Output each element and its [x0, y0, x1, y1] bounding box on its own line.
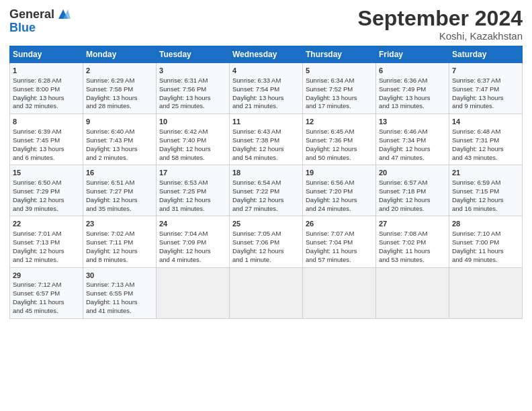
day-info-line: Sunrise: 6:48 AM: [452, 128, 519, 136]
day-info-line: Sunset: 7:58 PM: [86, 85, 153, 94]
table-row: 1Sunrise: 6:28 AMSunset: 8:00 PMDaylight…: [10, 63, 83, 114]
day-info-line: Sunrise: 6:36 AM: [379, 77, 446, 85]
day-info-line: and 39 minutes.: [13, 205, 80, 214]
table-row: 18Sunrise: 6:54 AMSunset: 7:22 PMDayligh…: [230, 165, 303, 216]
day-number: 8: [13, 117, 80, 127]
day-info-line: Sunset: 7:36 PM: [306, 136, 373, 145]
day-info-line: Sunrise: 6:29 AM: [86, 77, 153, 85]
logo-blue: Blue: [9, 21, 36, 34]
day-number: 4: [232, 66, 300, 76]
day-info-line: Daylight: 11 hours: [13, 298, 80, 307]
day-info-line: Sunset: 6:57 PM: [13, 289, 80, 298]
day-info-line: Daylight: 12 hours: [306, 145, 373, 154]
day-info-line: and 4 minutes.: [159, 256, 226, 265]
day-number: 23: [86, 219, 153, 229]
header: General Blue September 2024 Koshi, Kazak…: [9, 7, 523, 42]
day-info-line: Sunset: 7:34 PM: [379, 136, 446, 145]
day-info-line: Sunrise: 6:42 AM: [159, 128, 226, 136]
calendar-week-row: 22Sunrise: 7:01 AMSunset: 7:13 PMDayligh…: [10, 216, 523, 267]
day-info-line: and 54 minutes.: [232, 154, 300, 163]
title-block: September 2024 Koshi, Kazakhstan: [358, 7, 523, 42]
day-info-line: and 50 minutes.: [306, 154, 373, 163]
day-info-line: and 32 minutes.: [13, 102, 80, 111]
calendar-week-row: 15Sunrise: 6:50 AMSunset: 7:29 PMDayligh…: [10, 165, 523, 216]
day-number: 19: [306, 168, 373, 178]
day-info-line: Daylight: 12 hours: [452, 196, 519, 205]
day-info-line: Sunrise: 7:10 AM: [452, 230, 519, 238]
table-row: 6Sunrise: 6:36 AMSunset: 7:49 PMDaylight…: [376, 63, 449, 114]
table-row: [157, 267, 230, 318]
table-row: 3Sunrise: 6:31 AMSunset: 7:56 PMDaylight…: [157, 63, 230, 114]
day-info-line: Sunrise: 6:46 AM: [379, 128, 446, 136]
day-number: 11: [232, 117, 300, 127]
day-number: 16: [86, 168, 153, 178]
day-number: 7: [452, 66, 519, 76]
col-tuesday: Tuesday: [157, 46, 230, 63]
col-monday: Monday: [83, 46, 157, 63]
location-subtitle: Koshi, Kazakhstan: [358, 30, 523, 42]
day-info-line: Daylight: 13 hours: [13, 145, 80, 154]
day-info-line: Sunset: 7:40 PM: [159, 136, 226, 145]
day-info-line: and 2 minutes.: [86, 154, 153, 163]
day-info-line: Sunrise: 6:54 AM: [232, 179, 300, 187]
day-info-line: and 25 minutes.: [159, 102, 226, 111]
table-row: 19Sunrise: 6:56 AMSunset: 7:20 PMDayligh…: [303, 165, 376, 216]
day-info-line: Daylight: 12 hours: [13, 247, 80, 256]
calendar-week-row: 29Sunrise: 7:12 AMSunset: 6:57 PMDayligh…: [10, 267, 523, 318]
col-thursday: Thursday: [303, 46, 376, 63]
table-row: [230, 267, 303, 318]
day-info-line: Daylight: 11 hours: [306, 247, 373, 256]
table-row: 7Sunrise: 6:37 AMSunset: 7:47 PMDaylight…: [449, 63, 523, 114]
calendar-table: Sunday Monday Tuesday Wednesday Thursday…: [9, 46, 523, 318]
day-info-line: Sunset: 7:04 PM: [306, 238, 373, 247]
day-info-line: Daylight: 12 hours: [159, 247, 226, 256]
day-info-line: Sunrise: 6:53 AM: [159, 179, 226, 187]
day-info-line: and 20 minutes.: [379, 205, 446, 214]
day-info-line: Sunrise: 6:59 AM: [452, 179, 519, 187]
month-title: September 2024: [358, 7, 523, 30]
day-info-line: Daylight: 13 hours: [86, 94, 153, 103]
calendar-week-row: 8Sunrise: 6:39 AMSunset: 7:45 PMDaylight…: [10, 114, 523, 165]
day-info-line: Daylight: 12 hours: [379, 196, 446, 205]
day-info-line: Sunrise: 6:40 AM: [86, 128, 153, 136]
day-info-line: and 58 minutes.: [159, 154, 226, 163]
table-row: 30Sunrise: 7:13 AMSunset: 6:55 PMDayligh…: [83, 267, 157, 318]
col-wednesday: Wednesday: [230, 46, 303, 63]
day-info-line: Daylight: 12 hours: [86, 247, 153, 256]
day-number: 9: [86, 117, 153, 127]
day-info-line: Sunrise: 7:01 AM: [13, 230, 80, 238]
day-info-line: Daylight: 12 hours: [452, 145, 519, 154]
day-info-line: Sunset: 7:45 PM: [13, 136, 80, 145]
day-number: 29: [13, 271, 80, 281]
day-info-line: Sunset: 6:55 PM: [86, 289, 153, 298]
day-info-line: Sunset: 7:38 PM: [232, 136, 300, 145]
day-info-line: Sunset: 7:56 PM: [159, 85, 226, 94]
table-row: 10Sunrise: 6:42 AMSunset: 7:40 PMDayligh…: [157, 114, 230, 165]
day-number: 14: [452, 117, 519, 127]
table-row: 2Sunrise: 6:29 AMSunset: 7:58 PMDaylight…: [83, 63, 157, 114]
day-info-line: Sunset: 7:15 PM: [452, 187, 519, 196]
day-info-line: Sunrise: 7:07 AM: [306, 230, 373, 238]
day-info-line: Daylight: 12 hours: [232, 145, 300, 154]
day-info-line: and 43 minutes.: [452, 154, 519, 163]
day-info-line: Sunset: 7:13 PM: [13, 238, 80, 247]
table-row: 24Sunrise: 7:04 AMSunset: 7:09 PMDayligh…: [157, 216, 230, 267]
day-info-line: Sunrise: 6:37 AM: [452, 77, 519, 85]
table-row: 15Sunrise: 6:50 AMSunset: 7:29 PMDayligh…: [10, 165, 83, 216]
day-info-line: Daylight: 12 hours: [159, 196, 226, 205]
day-info-line: Daylight: 12 hours: [232, 196, 300, 205]
day-info-line: Sunrise: 6:51 AM: [86, 179, 153, 187]
calendar-header-row: Sunday Monday Tuesday Wednesday Thursday…: [10, 46, 523, 63]
day-info-line: Sunset: 7:22 PM: [232, 187, 300, 196]
day-number: 30: [86, 271, 153, 281]
day-info-line: Sunset: 7:43 PM: [86, 136, 153, 145]
day-number: 3: [159, 66, 226, 76]
day-info-line: Sunrise: 6:50 AM: [13, 179, 80, 187]
day-info-line: Daylight: 13 hours: [379, 94, 446, 103]
day-number: 10: [159, 117, 226, 127]
day-info-line: Sunrise: 7:05 AM: [232, 230, 300, 238]
day-info-line: Sunset: 7:27 PM: [86, 187, 153, 196]
day-info-line: Sunset: 7:49 PM: [379, 85, 446, 94]
table-row: [376, 267, 449, 318]
table-row: 13Sunrise: 6:46 AMSunset: 7:34 PMDayligh…: [376, 114, 449, 165]
